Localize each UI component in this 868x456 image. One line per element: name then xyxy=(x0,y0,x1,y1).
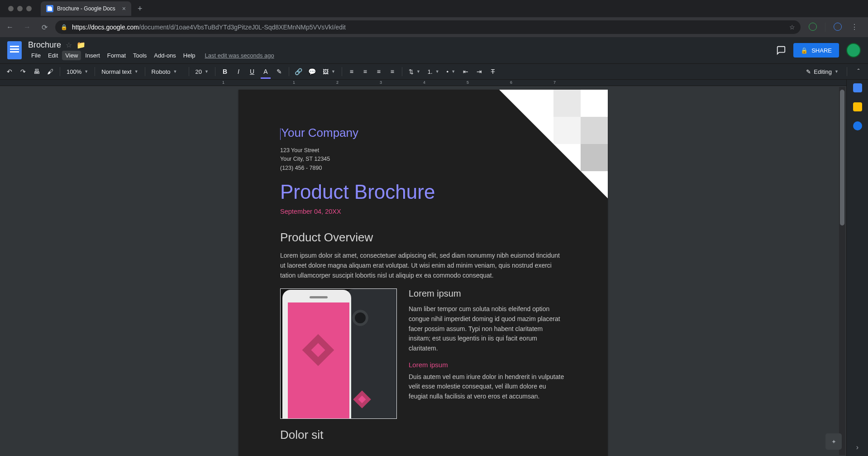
section-heading[interactable]: Product Overview xyxy=(280,230,566,245)
bookmark-star-icon[interactable]: ☆ xyxy=(789,24,795,31)
menu-edit[interactable]: Edit xyxy=(45,51,61,60)
reload-icon[interactable]: ⟳ xyxy=(38,23,51,32)
font-dropdown[interactable]: Roboto▼ xyxy=(149,66,185,77)
window-close[interactable] xyxy=(8,6,14,11)
print-icon[interactable]: 🖶 xyxy=(31,66,43,77)
body-text[interactable]: Nam liber tempor cum soluta nobis eleife… xyxy=(409,304,566,353)
section-heading[interactable]: Dolor sit xyxy=(280,428,566,442)
bold-icon[interactable]: B xyxy=(219,66,231,77)
align-center-icon[interactable]: ≡ xyxy=(359,66,371,77)
separator xyxy=(145,67,145,76)
close-tab-icon[interactable]: × xyxy=(122,5,126,12)
share-button[interactable]: 🔒 SHARE xyxy=(793,43,839,58)
extension-icon[interactable] xyxy=(834,23,842,31)
tab-title: Brochure - Google Docs xyxy=(57,5,119,12)
svg-rect-1 xyxy=(553,90,581,117)
align-justify-icon[interactable]: ≡ xyxy=(386,66,398,77)
font-size-input[interactable]: 20▼ xyxy=(193,66,211,77)
tasks-addon-icon[interactable] xyxy=(853,121,862,130)
insert-link-icon[interactable]: 🔗 xyxy=(293,66,305,77)
extension-icons: ⋮ xyxy=(805,23,864,32)
paint-format-icon[interactable]: 🖌 xyxy=(44,66,56,77)
back-icon[interactable]: ← xyxy=(4,23,16,31)
separator xyxy=(825,23,825,32)
forward-icon[interactable]: → xyxy=(21,23,33,31)
extension-icon[interactable] xyxy=(809,23,817,31)
editing-mode-dropdown[interactable]: ✎ Editing ▼ xyxy=(803,66,841,77)
vertical-scrollbar[interactable] xyxy=(839,87,845,455)
document-date[interactable]: September 04, 20XX xyxy=(280,208,566,215)
menu-view[interactable]: View xyxy=(62,51,81,60)
zoom-value: 100% xyxy=(67,68,81,75)
move-folder-icon[interactable]: 📁 xyxy=(76,41,86,49)
right-column[interactable]: Lorem ipsum Nam liber tempor cum soluta … xyxy=(409,288,566,410)
menu-insert[interactable]: Insert xyxy=(82,51,103,60)
clear-formatting-icon[interactable]: T xyxy=(487,66,499,77)
menu-tools[interactable]: Tools xyxy=(130,51,150,60)
window-zoom[interactable] xyxy=(26,6,32,11)
star-icon[interactable]: ☆ xyxy=(66,41,72,49)
text-color-icon[interactable]: A xyxy=(260,66,272,77)
menu-format[interactable]: Format xyxy=(104,51,129,60)
page[interactable]: Your Company 123 Your Street Your City, … xyxy=(238,90,608,456)
hide-sidepanel-icon[interactable]: › xyxy=(856,443,858,451)
italic-icon[interactable]: I xyxy=(233,66,244,77)
horizontal-ruler[interactable]: 1 1 2 3 4 5 6 7 xyxy=(0,80,868,86)
underline-icon[interactable]: U xyxy=(246,66,258,77)
text-cursor xyxy=(280,128,281,140)
corner-graphic xyxy=(499,90,608,198)
indent-icon[interactable]: ⇥ xyxy=(473,66,485,77)
collapse-toolbar-icon[interactable]: ˆ xyxy=(853,66,864,77)
ruler-number: 5 xyxy=(467,80,469,85)
body-text[interactable]: Lorem ipsum dolor sit amet, consectetuer… xyxy=(280,251,566,280)
numbered-list-icon[interactable]: 1.▼ xyxy=(425,66,442,77)
separator xyxy=(215,67,215,76)
menu-file[interactable]: File xyxy=(28,51,44,60)
address-bar-row: ← → ⟳ 🔒 https://docs.google.com/document… xyxy=(0,17,868,37)
insert-image-icon[interactable]: 🖼▼ xyxy=(320,66,338,77)
ruler-number: 1 xyxy=(293,80,295,85)
paragraph-style-dropdown[interactable]: Normal text▼ xyxy=(99,66,141,77)
explore-button[interactable]: ✦ xyxy=(825,433,842,450)
comments-icon[interactable] xyxy=(776,45,786,55)
product-image[interactable] xyxy=(280,288,397,419)
zoom-dropdown[interactable]: 100%▼ xyxy=(64,66,91,77)
document-title[interactable]: Brochure xyxy=(28,40,61,50)
redo-icon[interactable]: ↷ xyxy=(17,66,29,77)
bulleted-list-icon[interactable]: •▼ xyxy=(444,66,458,77)
separator xyxy=(847,67,847,76)
keep-addon-icon[interactable] xyxy=(853,102,862,111)
address-bar[interactable]: 🔒 https://docs.google.com/document/d/1oa… xyxy=(55,20,801,34)
ruler-number: 1 xyxy=(222,80,224,85)
browser-tab[interactable]: Brochure - Google Docs × xyxy=(41,1,131,16)
ruler-number: 3 xyxy=(380,80,382,85)
menu-help[interactable]: Help xyxy=(180,51,199,60)
align-right-icon[interactable]: ≡ xyxy=(373,66,385,77)
insert-comment-icon[interactable]: 💬 xyxy=(306,66,318,77)
menu-addons[interactable]: Add-ons xyxy=(151,51,179,60)
subsection-heading[interactable]: Lorem ipsum xyxy=(409,288,566,299)
document-canvas[interactable]: Your Company 123 Your Street Your City, … xyxy=(0,86,846,456)
window-minimize[interactable] xyxy=(17,6,23,11)
body-text[interactable]: Duis autem vel eum iriure dolor in hendr… xyxy=(409,372,566,402)
last-edit-link[interactable]: Last edit was seconds ago xyxy=(205,51,274,60)
window-controls[interactable] xyxy=(4,6,36,11)
scrollbar-thumb[interactable] xyxy=(840,90,844,226)
font-size-value: 20 xyxy=(196,68,202,75)
share-label: SHARE xyxy=(811,47,832,54)
outdent-icon[interactable]: ⇤ xyxy=(460,66,472,77)
line-spacing-icon[interactable]: ⇅▼ xyxy=(406,66,423,77)
new-tab-button[interactable]: + xyxy=(131,4,149,14)
docs-logo-icon[interactable] xyxy=(7,41,22,59)
calendar-addon-icon[interactable] xyxy=(853,83,862,92)
company-name[interactable]: Your Company xyxy=(280,126,566,140)
highlight-icon[interactable]: ✎ xyxy=(273,66,285,77)
docs-titlebar: Brochure ☆ 📁 File Edit View Insert Forma… xyxy=(0,37,868,63)
undo-icon[interactable]: ↶ xyxy=(4,66,15,77)
ruler-number: 7 xyxy=(553,80,556,85)
account-avatar[interactable] xyxy=(846,43,861,58)
align-left-icon[interactable]: ≡ xyxy=(346,66,358,77)
separator xyxy=(95,67,95,76)
subsection-subheading[interactable]: Lorem ipsum xyxy=(409,361,566,369)
browser-menu-icon[interactable]: ⋮ xyxy=(848,23,861,32)
